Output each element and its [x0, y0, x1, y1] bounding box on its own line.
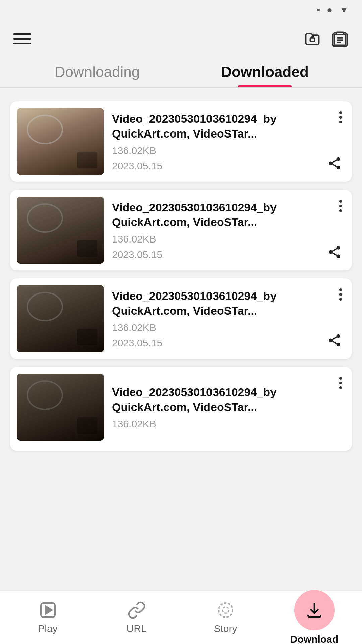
folder-lock-icon: [304, 30, 321, 47]
share-icon: [327, 156, 342, 171]
download-icon: [305, 601, 324, 620]
toolbar: [0, 20, 362, 57]
card-size: 136.02KB: [112, 418, 345, 430]
card-size: 136.02KB: [112, 145, 345, 156]
card-menu-button[interactable]: [336, 108, 345, 127]
card-info: Video_20230530103610294_by QuickArt.com,…: [112, 111, 345, 172]
nav-label-download: Download: [290, 634, 338, 644]
svg-line-13: [333, 253, 337, 255]
card-title: Video_20230530103610294_by QuickArt.com,…: [112, 288, 345, 318]
svg-point-7: [337, 166, 340, 169]
list-item: Video_20230530103610294_by QuickArt.com,…: [10, 278, 352, 359]
status-bar: ▪ ● ▼: [0, 0, 362, 20]
svg-marker-21: [46, 606, 52, 614]
svg-point-16: [329, 339, 333, 342]
toolbar-actions: [304, 30, 349, 47]
list-item: Video_20230530103610294_by QuickArt.com,…: [10, 367, 352, 451]
clipboard-list-icon: [331, 30, 349, 47]
svg-point-11: [329, 250, 333, 254]
svg-point-6: [329, 162, 333, 165]
card-date: 2023.05.15: [112, 337, 345, 349]
card-info: Video_20230530103610294_by QuickArt.com,…: [112, 385, 345, 430]
svg-line-8: [333, 164, 337, 167]
clipboard-list-button[interactable]: [331, 30, 349, 47]
status-dropdown-icon: ▼: [339, 5, 349, 15]
play-icon: [39, 601, 57, 620]
hamburger-menu-button[interactable]: [13, 33, 31, 44]
video-thumbnail: [17, 374, 104, 441]
nav-label-story: Story: [214, 623, 237, 634]
link-icon: [127, 601, 146, 620]
svg-point-10: [337, 246, 340, 250]
card-size: 136.02KB: [112, 233, 345, 245]
card-size: 136.02KB: [112, 322, 345, 333]
tab-bar: Downloading Downloaded: [0, 64, 362, 87]
nav-item-story[interactable]: Story: [181, 597, 270, 638]
svg-line-14: [333, 249, 337, 251]
svg-point-12: [337, 254, 340, 258]
tab-downloaded[interactable]: Downloaded: [181, 64, 349, 87]
card-share-button[interactable]: [324, 330, 345, 352]
nav-label-url: URL: [126, 623, 146, 634]
svg-line-18: [333, 341, 337, 344]
nav-label-play: Play: [38, 623, 57, 634]
status-circle-icon: ●: [327, 5, 333, 15]
bottom-navigation: Play URL Story Download: [0, 590, 362, 644]
svg-rect-1: [336, 32, 344, 35]
svg-point-17: [337, 343, 340, 346]
nav-item-download[interactable]: Download: [270, 587, 359, 644]
card-share-button[interactable]: [324, 153, 345, 175]
tab-divider: [0, 87, 362, 88]
card-menu-button[interactable]: [336, 285, 345, 304]
svg-point-15: [337, 334, 340, 338]
card-share-button[interactable]: [324, 241, 345, 264]
card-date: 2023.05.15: [112, 160, 345, 172]
share-icon: [327, 333, 342, 348]
downloaded-list: Video_20230530103610294_by QuickArt.com,…: [0, 98, 362, 600]
tab-downloading[interactable]: Downloading: [13, 64, 181, 87]
svg-point-22: [219, 603, 233, 617]
download-bg: [294, 590, 335, 630]
svg-line-9: [333, 160, 337, 162]
svg-point-23: [222, 607, 229, 613]
video-thumbnail: [17, 197, 104, 264]
svg-line-19: [333, 337, 337, 339]
card-date: 2023.05.15: [112, 249, 345, 260]
status-square-icon: ▪: [317, 5, 320, 15]
svg-rect-0: [310, 38, 315, 42]
card-title: Video_20230530103610294_by QuickArt.com,…: [112, 111, 345, 141]
video-thumbnail: [17, 285, 104, 352]
svg-point-5: [337, 157, 340, 161]
nav-item-url[interactable]: URL: [92, 597, 181, 638]
list-item: Video_20230530103610294_by QuickArt.com,…: [10, 101, 352, 182]
card-menu-button[interactable]: [336, 374, 345, 392]
share-icon: [327, 245, 342, 259]
video-thumbnail: [17, 108, 104, 175]
list-item: Video_20230530103610294_by QuickArt.com,…: [10, 190, 352, 270]
card-title: Video_20230530103610294_by QuickArt.com,…: [112, 385, 345, 414]
card-title: Video_20230530103610294_by QuickArt.com,…: [112, 200, 345, 229]
story-icon: [216, 601, 235, 620]
hamburger-icon: [13, 33, 31, 44]
nav-item-play[interactable]: Play: [3, 597, 92, 638]
folder-lock-button[interactable]: [304, 30, 321, 47]
card-menu-button[interactable]: [336, 197, 345, 215]
card-info: Video_20230530103610294_by QuickArt.com,…: [112, 288, 345, 349]
card-info: Video_20230530103610294_by QuickArt.com,…: [112, 200, 345, 260]
